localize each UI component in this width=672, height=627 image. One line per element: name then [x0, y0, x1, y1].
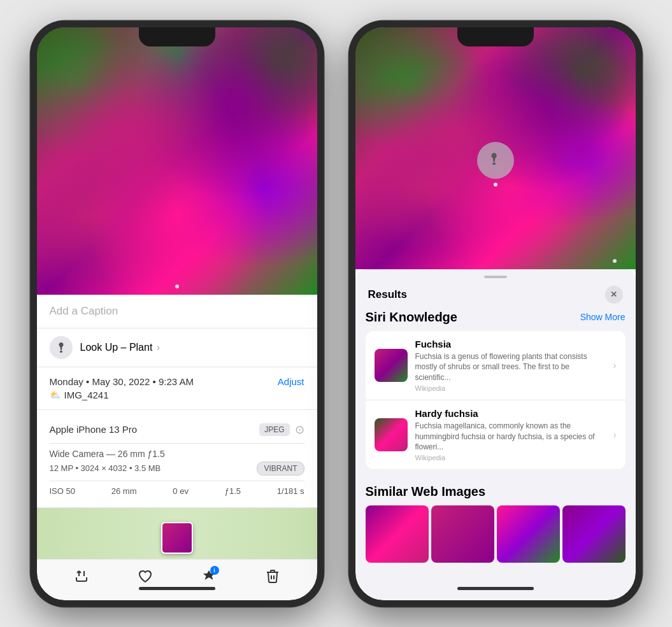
- home-indicator: [139, 587, 215, 590]
- right-phone: Results ✕ Siri Knowledge Show More: [349, 21, 642, 607]
- similar-images-section: Similar Web Images: [355, 477, 636, 563]
- metadata-section: Monday • May 30, 2022 • 9:23 AM Adjust ⛅…: [37, 367, 317, 410]
- camera-specs: Wide Camera — 26 mm ƒ1.5 12 MP • 3024 × …: [50, 444, 304, 481]
- bottom-toolbar: i: [37, 559, 317, 600]
- visual-lookup-button[interactable]: [477, 142, 514, 179]
- similar-images-title: Similar Web Images: [366, 484, 626, 499]
- page-indicator-right: [613, 259, 617, 263]
- left-screen-content: Add a Caption Look Up – Plant: [37, 27, 317, 600]
- lookup-icon: [50, 336, 73, 359]
- camera-settings-icon[interactable]: ⊙: [295, 423, 304, 437]
- hardy-fuchsia-thumbnail: [375, 418, 408, 451]
- similar-image-4[interactable]: [562, 505, 626, 563]
- date-text: Monday • May 30, 2022 • 9:23 AM: [50, 376, 194, 387]
- exif-row: ISO 50 26 mm 0 ev ƒ1.5 1/181 s: [50, 481, 304, 501]
- siri-knowledge-section: Siri Knowledge Show More Fuchsia Fuchsia…: [355, 310, 636, 477]
- knowledge-item-hardy-fuchsia[interactable]: Hardy fuchsia Fuchsia magellanica, commo…: [366, 400, 626, 469]
- caption-placeholder[interactable]: Add a Caption: [50, 305, 118, 317]
- fuchsia-thumbnail: [375, 349, 408, 382]
- page-indicator: [175, 285, 179, 288]
- lookup-row[interactable]: Look Up – Plant ›: [37, 328, 317, 367]
- hardy-fuchsia-chevron: ›: [613, 430, 617, 440]
- share-button[interactable]: [74, 568, 89, 588]
- close-button[interactable]: ✕: [605, 286, 623, 304]
- fuchsia-content: Fuchsia Fuchsia is a genus of flowering …: [415, 339, 606, 392]
- like-button[interactable]: [138, 568, 153, 588]
- results-header: Results ✕: [355, 278, 636, 310]
- lookup-dot: [494, 183, 497, 187]
- results-title: Results: [368, 288, 407, 301]
- hardy-fuchsia-description: Fuchsia magellanica, commonly known as t…: [415, 421, 606, 453]
- notch: [139, 27, 215, 46]
- siri-knowledge-title: Siri Knowledge: [366, 310, 457, 325]
- lookup-chevron: ›: [157, 342, 160, 353]
- delete-button[interactable]: [265, 568, 280, 588]
- fuchsia-source: Wikipedia: [415, 384, 606, 392]
- right-screen-content: Results ✕ Siri Knowledge Show More: [355, 27, 636, 600]
- lookup-subject: Plant: [129, 342, 152, 353]
- device-name: Apple iPhone 13 Pro: [50, 424, 138, 435]
- info-badge: i: [210, 566, 219, 575]
- hardy-fuchsia-title: Hardy fuchsia: [415, 408, 606, 419]
- knowledge-item-fuchsia[interactable]: Fuchsia Fuchsia is a genus of flowering …: [366, 331, 626, 400]
- similar-image-3[interactable]: [497, 505, 560, 563]
- lookup-text: Look Up – Plant ›: [80, 342, 161, 353]
- device-section: Apple iPhone 13 Pro JPEG ⊙ Wide Camera —…: [37, 410, 317, 508]
- fuchsia-title: Fuchsia: [415, 339, 606, 349]
- map-section[interactable]: [37, 508, 317, 559]
- aperture-value: ƒ1.5: [225, 486, 241, 496]
- info-button[interactable]: i: [201, 568, 217, 588]
- device-badges: JPEG ⊙: [259, 423, 304, 437]
- right-phone-screen: Results ✕ Siri Knowledge Show More: [355, 27, 636, 600]
- shutter-value: 1/181 s: [277, 486, 304, 496]
- map-thumbnail: [161, 522, 193, 554]
- quality-badge: VIBRANT: [257, 461, 304, 476]
- results-sheet: Results ✕ Siri Knowledge Show More: [355, 269, 636, 600]
- home-indicator-right: [457, 587, 534, 590]
- left-phone-screen: Add a Caption Look Up – Plant: [37, 27, 317, 600]
- ev-value: 0 ev: [173, 486, 189, 496]
- fuchsia-description: Fuchsia is a genus of flowering plants t…: [415, 351, 606, 383]
- flower-photo-right: [355, 27, 636, 269]
- fuchsia-chevron: ›: [613, 360, 617, 370]
- camera-spec-text: Wide Camera — 26 mm ƒ1.5: [50, 449, 304, 459]
- cloud-icon: ⛅: [50, 390, 61, 400]
- left-phone: Add a Caption Look Up – Plant: [31, 21, 324, 607]
- format-badge: JPEG: [259, 423, 289, 436]
- similar-image-2[interactable]: [431, 505, 494, 563]
- similar-image-1[interactable]: [366, 505, 429, 563]
- hardy-fuchsia-content: Hardy fuchsia Fuchsia magellanica, commo…: [415, 408, 606, 461]
- caption-area[interactable]: Add a Caption: [37, 295, 317, 328]
- iso-value: ISO 50: [50, 486, 75, 496]
- knowledge-card: Fuchsia Fuchsia is a genus of flowering …: [366, 331, 626, 470]
- similar-images-grid: [366, 505, 626, 563]
- lookup-label: Look Up –: [80, 342, 127, 353]
- notch-right: [457, 27, 534, 46]
- focal-value: 26 mm: [111, 486, 137, 496]
- close-icon: ✕: [610, 290, 617, 299]
- filename: IMG_4241: [64, 390, 109, 400]
- hardy-fuchsia-source: Wikipedia: [415, 454, 606, 461]
- adjust-button[interactable]: Adjust: [278, 376, 304, 387]
- flower-photo[interactable]: [37, 27, 317, 295]
- resolution-text: 12 MP • 3024 × 4032 • 3.5 MB: [50, 463, 161, 473]
- siri-section-header: Siri Knowledge Show More: [366, 310, 626, 325]
- show-more-button[interactable]: Show More: [580, 312, 626, 322]
